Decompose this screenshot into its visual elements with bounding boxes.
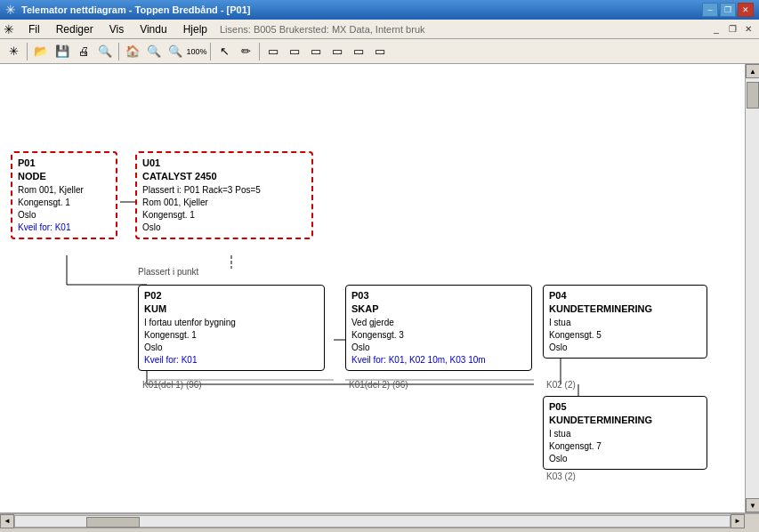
app-icon: ✳ xyxy=(5,3,16,17)
toolbar-sep-2 xyxy=(118,43,119,60)
toolbar-btn-box6[interactable]: ▭ xyxy=(370,42,390,61)
menu-hjelp[interactable]: Hjelp xyxy=(176,21,214,37)
toolbar: ✳ 📂 💾 🖨 🔍 🏠 🔍 🔍 100% ↖ ✏ ▭ ▭ ▭ ▭ ▭ ▭ xyxy=(0,39,759,64)
scrollbar-vertical[interactable]: ▲ ▼ xyxy=(745,64,759,512)
node-P01-line1: Rom 001, Kjeller xyxy=(18,184,110,197)
toolbar-btn-preview[interactable]: 🔍 xyxy=(95,42,115,61)
node-P01-id: P01 xyxy=(18,157,110,170)
node-P03-line2: Kongensgt. 3 xyxy=(351,329,526,342)
node-P02[interactable]: P02 KUM I fortau utenfor bygning Kongens… xyxy=(138,285,325,371)
node-P03-line4: Kveil for: K01, K02 10m, K03 10m xyxy=(351,354,526,367)
toolbar-sep-1 xyxy=(27,43,28,60)
k01-del1-label: K01(del 1) (96) xyxy=(142,380,202,390)
node-P03-id: P03 xyxy=(351,289,526,302)
window-title: Telemator nettdiagram - Toppen Bredbånd … xyxy=(21,4,697,15)
mdi-minimize[interactable]: _ xyxy=(709,22,723,36)
node-P02-type: KUM xyxy=(144,302,319,316)
restore-button[interactable]: ❐ xyxy=(720,3,736,17)
node-P02-line3: Oslo xyxy=(144,342,319,354)
scrollbar-corner xyxy=(745,514,759,528)
toolbar-btn-box5[interactable]: ▭ xyxy=(349,42,368,61)
node-P04-id: P04 xyxy=(549,289,701,302)
close-button[interactable]: ✕ xyxy=(738,3,754,17)
toolbar-sep-4 xyxy=(259,43,260,60)
node-U01-line4: Oslo xyxy=(142,222,306,234)
toolbar-btn-pencil[interactable]: ✏ xyxy=(236,42,255,61)
node-P04-type: KUNDETERMINERING xyxy=(549,302,701,316)
diagram-canvas[interactable]: P01 NODE Rom 001, Kjeller Kongensgt. 1 O… xyxy=(0,64,745,512)
node-U01-line1: Plassert i: P01 Rack=3 Pos=5 xyxy=(142,184,306,197)
node-P02-id: P02 xyxy=(144,289,319,302)
mdi-close[interactable]: ✕ xyxy=(741,22,755,36)
node-U01-line2: Rom 001, Kjeller xyxy=(142,197,306,209)
toolbar-btn-box1[interactable]: ▭ xyxy=(263,42,283,61)
k03-2-label: K03 (2) xyxy=(546,472,576,481)
toolbar-btn-home[interactable]: 🏠 xyxy=(123,42,142,61)
node-P01-line2: Kongensgt. 1 xyxy=(18,197,110,209)
node-P02-line1: I fortau utenfor bygning xyxy=(144,317,319,329)
mdi-restore[interactable]: ❐ xyxy=(725,22,739,36)
status-bar: Klar CAPS NUM xyxy=(0,528,759,532)
node-P01-line4: Kveil for: K01 xyxy=(18,222,110,234)
menu-fil[interactable]: Fil xyxy=(21,21,47,37)
node-U01-id: U01 xyxy=(142,157,306,170)
node-U01-line3: Kongensgt. 1 xyxy=(142,209,306,222)
toolbar-btn-zoomin[interactable]: 🔍 xyxy=(144,42,164,61)
node-P04-line2: Kongensgt. 5 xyxy=(549,329,701,342)
toolbar-btn-box4[interactable]: ▭ xyxy=(327,42,347,61)
node-P05-line3: Oslo xyxy=(549,453,701,465)
scroll-thumb-h[interactable] xyxy=(86,517,140,528)
toolbar-btn-box3[interactable]: ▭ xyxy=(306,42,326,61)
plassert-i-punkt-label: Plassert i punkt xyxy=(138,267,198,277)
toolbar-btn-new[interactable]: ✳ xyxy=(4,42,23,61)
menu-vis[interactable]: Vis xyxy=(102,21,131,37)
node-P04[interactable]: P04 KUNDETERMINERING I stua Kongensgt. 5… xyxy=(543,285,707,359)
toolbar-btn-select[interactable]: ↖ xyxy=(214,42,234,61)
toolbar-btn-box2[interactable]: ▭ xyxy=(285,42,304,61)
node-P04-line3: Oslo xyxy=(549,342,701,354)
node-P05-type: KUNDETERMINERING xyxy=(549,414,701,427)
scroll-up-button[interactable]: ▲ xyxy=(746,64,759,78)
node-P05-line1: I stua xyxy=(549,428,701,440)
node-P02-line4: Kveil for: K01 xyxy=(144,354,319,367)
scroll-track-h[interactable] xyxy=(14,515,731,528)
node-U01-type: CATALYST 2450 xyxy=(142,170,306,183)
scroll-thumb-v[interactable] xyxy=(747,82,759,109)
k01-del2-label: K01(del 2) (96) xyxy=(349,380,408,390)
node-P03-line3: Oslo xyxy=(351,342,526,354)
toolbar-btn-print[interactable]: 🖨 xyxy=(74,42,93,61)
toolbar-btn-zoom100[interactable]: 100% xyxy=(187,42,206,61)
toolbar-btn-save[interactable]: 💾 xyxy=(52,42,72,61)
license-text: Lisens: B005 Brukersted: MX Data, Intern… xyxy=(220,24,425,35)
toolbar-btn-open[interactable]: 📂 xyxy=(31,42,51,61)
menu-vindu[interactable]: Vindu xyxy=(133,21,174,37)
toolbar-sep-3 xyxy=(210,43,211,60)
scrollbar-horizontal-bar: ◄ ► xyxy=(0,513,759,528)
node-P01-type: NODE xyxy=(18,170,110,183)
app-menu-icon: ✳ xyxy=(4,22,14,36)
node-P03-type: SKAP xyxy=(351,302,526,316)
scroll-left-button[interactable]: ◄ xyxy=(0,514,14,528)
node-P05[interactable]: P05 KUNDETERMINERING I stua Kongensgt. 7… xyxy=(543,396,707,470)
title-bar: ✳ Telemator nettdiagram - Toppen Bredbån… xyxy=(0,0,759,20)
toolbar-btn-zoomout[interactable]: 🔍 xyxy=(166,42,185,61)
scroll-track-v[interactable] xyxy=(746,78,759,498)
mdi-controls: _ ❐ ✕ xyxy=(709,22,755,36)
scroll-right-button[interactable]: ► xyxy=(731,514,745,528)
node-P01[interactable]: P01 NODE Rom 001, Kjeller Kongensgt. 1 O… xyxy=(11,151,117,239)
node-P05-line2: Kongensgt. 7 xyxy=(549,440,701,453)
menu-bar: ✳ Fil Rediger Vis Vindu Hjelp Lisens: B0… xyxy=(0,20,759,39)
node-P05-id: P05 xyxy=(549,400,701,414)
node-P03[interactable]: P03 SKAP Ved gjerde Kongensgt. 3 Oslo Kv… xyxy=(345,285,532,371)
node-P02-line2: Kongensgt. 1 xyxy=(144,329,319,342)
minimize-button[interactable]: – xyxy=(702,3,718,17)
node-P03-line1: Ved gjerde xyxy=(351,317,526,329)
node-P01-line3: Oslo xyxy=(18,209,110,222)
k02-2-label: K02 (2) xyxy=(546,380,576,390)
menu-rediger[interactable]: Rediger xyxy=(49,21,101,37)
node-P04-line1: I stua xyxy=(549,317,701,329)
node-U01[interactable]: U01 CATALYST 2450 Plassert i: P01 Rack=3… xyxy=(135,151,313,239)
main-area: P01 NODE Rom 001, Kjeller Kongensgt. 1 O… xyxy=(0,64,759,512)
scroll-down-button[interactable]: ▼ xyxy=(746,498,759,512)
window-controls: – ❐ ✕ xyxy=(702,3,754,17)
